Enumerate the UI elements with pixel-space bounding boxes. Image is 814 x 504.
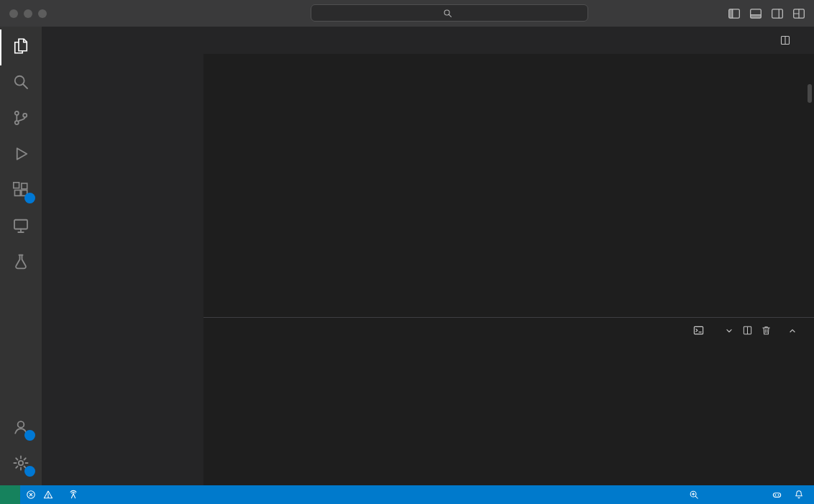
files-icon [12,37,29,58]
vscode-window [0,0,814,504]
indentation-status[interactable] [716,485,728,504]
search-icon [443,9,452,18]
toggle-secondary-sidebar-icon[interactable] [771,7,784,20]
settings-badge [24,466,35,477]
panel [204,317,814,485]
copilot-icon [772,490,782,500]
activitybar-search[interactable] [0,65,42,101]
maximize-panel-icon[interactable] [787,326,797,336]
activitybar-source-control[interactable] [0,101,42,137]
editor[interactable] [204,54,814,317]
remote-explorer-icon [12,217,29,237]
toggle-sidebar-icon[interactable] [728,7,741,20]
window-controls[interactable] [0,9,47,18]
run-debug-icon [12,145,29,165]
activitybar-remote-explorer[interactable] [0,209,42,245]
copilot-status[interactable] [766,485,788,504]
activitybar-settings[interactable] [0,446,42,482]
activitybar-extensions[interactable] [0,173,42,209]
terminal-dropdown-icon[interactable] [724,326,734,336]
radio-tower-icon [68,490,78,500]
customize-layout-icon[interactable] [792,7,805,20]
zoom-status[interactable] [683,485,705,504]
magnifier-plus-icon [689,490,699,500]
activitybar-account[interactable] [0,411,42,446]
problems-status[interactable] [20,485,63,504]
terminal-output[interactable] [204,343,814,485]
activitybar-more[interactable] [0,281,42,317]
search-icon [12,73,29,93]
bell-icon [794,490,804,500]
extensions-badge [24,193,35,203]
flask-icon [12,253,29,273]
notifications-bell[interactable] [788,485,810,504]
activity-bar [0,27,42,485]
activitybar-testing[interactable] [0,245,42,281]
ports-status[interactable] [63,485,88,504]
editor-group [204,27,814,485]
tab-bar-row [204,27,814,54]
activitybar-explorer[interactable] [0,29,42,65]
split-terminal-icon[interactable] [742,325,753,336]
layout-controls [728,7,805,20]
command-center[interactable] [311,4,588,22]
terminal-picker[interactable] [693,325,708,336]
activitybar-run-debug[interactable] [0,137,42,173]
close-window-dot[interactable] [9,9,18,18]
scrollbar-thumb[interactable] [808,84,812,103]
toggle-panel-icon[interactable] [749,7,762,20]
split-editor-icon[interactable] [779,35,791,46]
terminal-icon [693,325,704,336]
language-status[interactable] [751,485,766,504]
remote-indicator[interactable] [0,485,20,504]
maximize-window-dot[interactable] [38,9,47,18]
kill-terminal-icon[interactable] [761,325,772,336]
source-control-icon [12,109,29,129]
encoding-status[interactable] [728,485,739,504]
account-badge [24,430,35,441]
cursor-position[interactable] [705,485,716,504]
sidebar [42,27,204,485]
warning-icon [43,490,53,500]
status-bar [0,485,814,504]
minimize-window-dot[interactable] [24,9,32,18]
error-icon [26,490,36,500]
title-bar [0,0,814,27]
eol-status[interactable] [739,485,751,504]
